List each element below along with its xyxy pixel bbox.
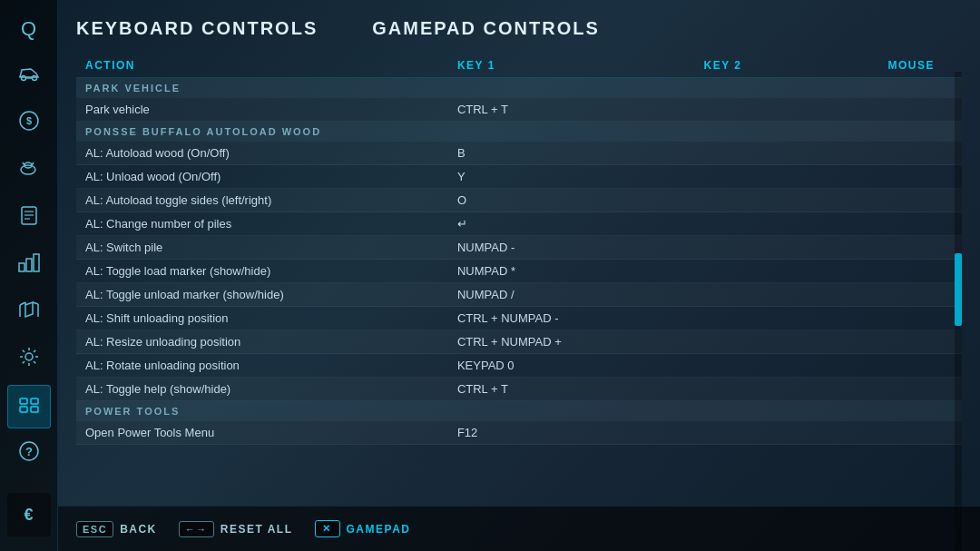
- cell-mouse: [802, 189, 962, 212]
- scrollbar-thumb[interactable]: [955, 253, 962, 326]
- cell-key2: [643, 212, 803, 236]
- sidebar-item-map[interactable]: [7, 290, 51, 334]
- cell-action: AL: Unload wood (On/Off): [76, 165, 448, 189]
- header-key2: KEY 2: [643, 54, 803, 78]
- cell-action: AL: Autoload toggle sides (left/right): [76, 189, 448, 212]
- cell-key1: CTRL + T: [448, 378, 643, 401]
- table-row[interactable]: AL: Shift unloading positionCTRL + NUMPA…: [76, 307, 962, 330]
- svg-line-16: [20, 302, 25, 305]
- section-header-power-tools: POWER TOOLS: [76, 401, 962, 422]
- cell-key2: [643, 378, 803, 401]
- cell-action: AL: Toggle load marker (show/hide): [76, 260, 448, 283]
- sidebar: Q $: [0, 0, 58, 551]
- sidebar-item-help[interactable]: ?: [7, 432, 51, 476]
- cell-action: AL: Shift unloading position: [76, 307, 448, 330]
- svg-text:$: $: [25, 115, 31, 126]
- cell-mouse: [802, 354, 962, 378]
- svg-rect-23: [20, 407, 27, 412]
- cell-key2: [643, 189, 803, 212]
- cell-key1: F12: [448, 421, 643, 445]
- cell-key2: [643, 421, 803, 445]
- sidebar-item-animals[interactable]: [7, 149, 51, 192]
- svg-rect-15: [34, 254, 39, 271]
- cell-action: AL: Resize unloading position: [76, 330, 448, 354]
- cell-mouse: [802, 378, 962, 401]
- vehicle-icon: [16, 61, 42, 92]
- table-container: ACTION KEY 1 KEY 2 MOUSE PARK VEHICLEPar…: [76, 54, 962, 551]
- cell-key1: O: [448, 189, 643, 212]
- controls-icon: [17, 392, 41, 421]
- help-icon: ?: [17, 439, 41, 468]
- back-label: BACK: [120, 523, 157, 536]
- sidebar-bottom: €: [7, 493, 51, 544]
- cell-action: AL: Toggle unload marker (show/hide): [76, 283, 448, 307]
- main-content: KEYBOARD CONTROLS GAMEPAD CONTROLS ACTIO…: [58, 0, 980, 551]
- header-mouse: MOUSE: [802, 54, 962, 78]
- cell-key1: CTRL + T: [448, 98, 643, 122]
- settings-icon: [17, 345, 41, 374]
- cell-key1: Y: [448, 165, 643, 189]
- cell-mouse: [802, 330, 962, 354]
- cell-mouse: [802, 142, 962, 165]
- cell-key2: [643, 283, 803, 307]
- table-row[interactable]: AL: Toggle load marker (show/hide)NUMPAD…: [76, 260, 962, 283]
- svg-rect-13: [19, 263, 24, 271]
- cell-mouse: [802, 212, 962, 236]
- cell-mouse: [802, 307, 962, 330]
- svg-rect-24: [31, 407, 38, 412]
- sidebar-item-production[interactable]: [7, 243, 51, 287]
- scrollbar-track[interactable]: [955, 72, 962, 551]
- log-icon: [17, 203, 41, 232]
- table-row[interactable]: AL: Switch pileNUMPAD -: [76, 236, 962, 260]
- keyboard-section-title: KEYBOARD CONTROLS: [76, 18, 318, 39]
- cell-key2: [643, 330, 803, 354]
- table-row[interactable]: Park vehicleCTRL + T: [76, 98, 962, 122]
- gamepad-button[interactable]: ✕ GAMEPAD: [315, 520, 411, 537]
- section-header-park-vehicle: PARK VEHICLE: [76, 78, 962, 99]
- cell-action: AL: Autoload wood (On/Off): [76, 142, 448, 165]
- svg-line-7: [23, 162, 24, 165]
- table-row[interactable]: AL: Change number of piles↵: [76, 212, 962, 236]
- reset-label: RESET ALL: [220, 523, 293, 536]
- svg-text:?: ?: [25, 445, 33, 458]
- table-row[interactable]: AL: Toggle unload marker (show/hide)NUMP…: [76, 283, 962, 307]
- cell-key2: [643, 236, 803, 260]
- money-icon: $: [17, 109, 41, 138]
- table-header-row: ACTION KEY 1 KEY 2 MOUSE: [76, 54, 962, 78]
- table-row[interactable]: AL: Unload wood (On/Off)Y: [76, 165, 962, 189]
- sidebar-item-q[interactable]: Q: [7, 7, 51, 51]
- cell-action: AL: Rotate unloading position: [76, 354, 448, 378]
- sidebar-item-log[interactable]: [7, 196, 51, 240]
- svg-point-5: [21, 165, 35, 174]
- cell-mouse: [802, 236, 962, 260]
- svg-point-0: [21, 76, 25, 81]
- sidebar-item-money[interactable]: $: [7, 102, 51, 145]
- sidebar-item-vehicle[interactable]: [7, 54, 51, 98]
- back-key-badge: ESC: [76, 521, 113, 537]
- table-row[interactable]: AL: Rotate unloading positionKEYPAD 0: [76, 354, 962, 378]
- map-icon: [17, 298, 41, 327]
- table-row[interactable]: AL: Toggle help (show/hide)CTRL + T: [76, 378, 962, 401]
- cell-mouse: [802, 165, 962, 189]
- cell-mouse: [802, 283, 962, 307]
- production-icon: [16, 250, 42, 280]
- cell-mouse: [802, 260, 962, 283]
- table-row[interactable]: Open Power Tools MenuF12: [76, 421, 962, 445]
- cell-action: AL: Change number of piles: [76, 212, 448, 236]
- reset-all-button[interactable]: ←→ RESET ALL: [179, 521, 293, 537]
- cell-key2: [643, 260, 803, 283]
- sidebar-item-settings[interactable]: [7, 338, 51, 381]
- svg-point-1: [32, 76, 36, 81]
- table-row[interactable]: AL: Autoload toggle sides (left/right)O: [76, 189, 962, 212]
- reset-key-badge: ←→: [179, 521, 214, 537]
- back-button[interactable]: ESC BACK: [76, 521, 157, 537]
- cell-key2: [643, 98, 803, 122]
- table-row[interactable]: AL: Autoload wood (On/Off)B: [76, 142, 962, 165]
- cell-key1: ↵: [448, 212, 643, 236]
- sidebar-euro-button[interactable]: €: [7, 493, 51, 536]
- table-row[interactable]: AL: Resize unloading positionCTRL + NUMP…: [76, 330, 962, 354]
- sidebar-item-controls[interactable]: [7, 385, 51, 428]
- cell-mouse: [802, 421, 962, 445]
- gamepad-section-title: GAMEPAD CONTROLS: [372, 18, 600, 39]
- cell-action: Open Power Tools Menu: [76, 421, 448, 445]
